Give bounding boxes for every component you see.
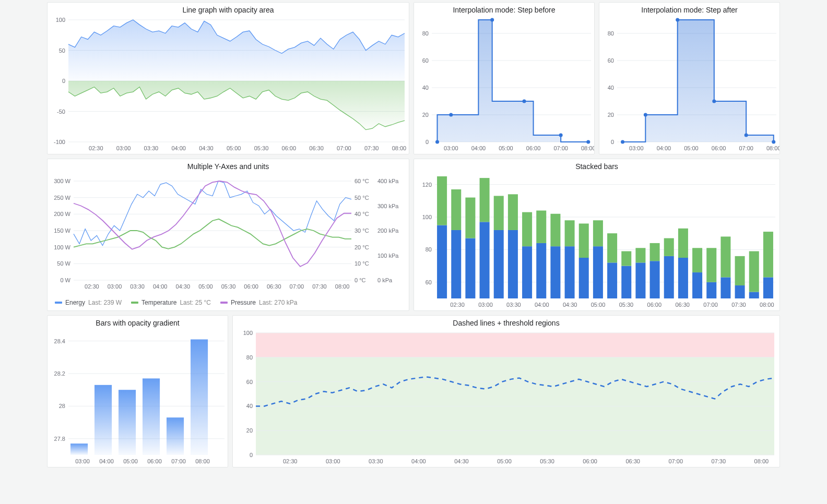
svg-rect-180: [70, 443, 88, 455]
svg-text:05:00: 05:00: [591, 302, 606, 308]
chart-area[interactable]: 02040608003:0004:0005:0006:0007:0008:00: [414, 16, 594, 154]
svg-text:60: 60: [426, 279, 432, 285]
panel-title: Bars with opacity gradient: [48, 316, 228, 329]
svg-rect-119: [480, 178, 490, 222]
svg-text:04:00: 04:00: [657, 145, 671, 151]
svg-rect-140: [635, 262, 645, 298]
svg-rect-131: [565, 220, 575, 246]
svg-rect-183: [143, 378, 160, 455]
panel-title: Interpolation mode: Step after: [599, 3, 779, 16]
svg-text:100 kPa: 100 kPa: [377, 253, 399, 259]
svg-text:03:30: 03:30: [130, 283, 145, 290]
chart-area[interactable]: -100-5005010002:3003:0003:3004:0004:3005…: [48, 16, 409, 154]
chart-area[interactable]: 02040608003:0004:0005:0006:0007:0008:00: [599, 16, 779, 154]
svg-text:-100: -100: [54, 139, 65, 145]
panel-title: Line graph with opacity area: [48, 3, 409, 16]
svg-text:07:30: 07:30: [364, 145, 379, 151]
svg-text:06:30: 06:30: [267, 283, 281, 290]
panel-opacity-area: Line graph with opacity area -100-500501…: [47, 2, 409, 154]
svg-text:06:30: 06:30: [625, 458, 640, 464]
svg-text:0 W: 0 W: [60, 277, 70, 283]
svg-text:07:30: 07:30: [712, 458, 726, 464]
svg-text:06:00: 06:00: [244, 283, 258, 290]
panel-multi-y: Multiple Y-Axes and units 0 W50 W100 W15…: [47, 159, 409, 311]
svg-point-43: [586, 140, 590, 144]
svg-rect-182: [119, 390, 136, 455]
svg-text:07:00: 07:00: [553, 145, 568, 151]
svg-text:03:30: 03:30: [144, 145, 159, 151]
panel-title: Dashed lines + threshold regions: [233, 316, 779, 329]
svg-text:06:00: 06:00: [526, 145, 541, 151]
svg-text:0: 0: [611, 139, 614, 145]
svg-rect-118: [480, 222, 490, 298]
svg-text:03:00: 03:00: [444, 145, 458, 151]
svg-text:08:00: 08:00: [335, 283, 350, 290]
panel-stacked: Stacked bars 608010012002:3003:0003:3004…: [413, 159, 780, 311]
svg-rect-157: [749, 251, 759, 292]
panel-title: Multiple Y-Axes and units: [48, 159, 409, 173]
svg-text:0: 0: [62, 78, 65, 84]
svg-text:50 °C: 50 °C: [355, 195, 369, 201]
svg-text:28.2: 28.2: [54, 370, 65, 377]
panel-step-after: Interpolation mode: Step after 020406080…: [599, 2, 780, 154]
svg-rect-122: [508, 230, 518, 298]
svg-text:03:00: 03:00: [629, 145, 644, 151]
svg-rect-124: [522, 246, 532, 298]
svg-rect-145: [664, 238, 674, 256]
svg-text:06:00: 06:00: [147, 458, 162, 464]
legend-item[interactable]: Pressure Last: 270 kPa: [220, 299, 297, 306]
svg-rect-146: [678, 258, 688, 298]
svg-text:200 kPa: 200 kPa: [377, 227, 399, 234]
svg-point-64: [745, 134, 748, 137]
svg-text:20: 20: [422, 112, 429, 118]
svg-text:03:00: 03:00: [75, 458, 90, 464]
svg-text:60: 60: [246, 379, 253, 385]
svg-rect-158: [763, 277, 773, 298]
chart-area[interactable]: 27.82828.228.403:0004:0005:0006:0007:000…: [48, 329, 228, 467]
svg-text:08:00: 08:00: [392, 145, 407, 151]
svg-rect-149: [692, 248, 702, 272]
svg-text:0 °C: 0 °C: [355, 277, 366, 283]
svg-text:07:00: 07:00: [337, 145, 351, 151]
svg-rect-116: [465, 238, 475, 298]
svg-text:0 kPa: 0 kPa: [377, 277, 393, 283]
svg-text:150 W: 150 W: [54, 227, 70, 234]
svg-point-65: [772, 140, 775, 144]
svg-text:07:00: 07:00: [739, 145, 753, 151]
svg-rect-125: [522, 212, 532, 247]
svg-text:05:00: 05:00: [499, 145, 513, 151]
svg-point-42: [559, 134, 563, 137]
svg-rect-120: [494, 230, 504, 298]
legend-item[interactable]: Temperature Last: 25 °C: [131, 299, 211, 306]
svg-text:50 W: 50 W: [57, 260, 70, 267]
svg-text:28: 28: [59, 403, 65, 409]
svg-rect-133: [579, 223, 589, 258]
svg-rect-184: [167, 417, 184, 455]
svg-rect-185: [191, 339, 208, 455]
svg-point-63: [712, 100, 716, 103]
svg-rect-126: [536, 243, 546, 298]
svg-text:03:00: 03:00: [108, 283, 122, 290]
svg-text:0: 0: [426, 139, 429, 145]
chart-area[interactable]: 0 W50 W100 W150 W200 W250 W300 W0 °C10 °…: [48, 173, 409, 297]
svg-text:03:30: 03:30: [369, 458, 383, 464]
svg-rect-115: [451, 189, 461, 230]
svg-text:07:30: 07:30: [731, 302, 746, 308]
legend-item[interactable]: Energy Last: 239 W: [55, 299, 122, 306]
svg-text:100: 100: [56, 17, 65, 23]
svg-text:03:00: 03:00: [116, 145, 131, 151]
svg-text:60 °C: 60 °C: [355, 178, 369, 184]
svg-text:05:30: 05:30: [221, 283, 236, 290]
svg-point-60: [621, 140, 624, 144]
svg-text:04:00: 04:00: [153, 283, 168, 290]
svg-text:03:00: 03:00: [326, 458, 340, 464]
chart-area[interactable]: 02040608010002:3003:0003:3004:0004:3005:…: [233, 329, 779, 467]
svg-point-61: [644, 113, 647, 117]
svg-text:20: 20: [608, 112, 614, 118]
svg-text:40: 40: [422, 85, 429, 91]
chart-area[interactable]: 608010012002:3003:0003:3004:0004:3005:00…: [414, 173, 779, 310]
svg-text:40: 40: [608, 85, 614, 91]
svg-text:07:30: 07:30: [312, 283, 327, 290]
svg-rect-130: [565, 246, 575, 298]
panel-dashed: Dashed lines + threshold regions 0204060…: [232, 315, 780, 467]
